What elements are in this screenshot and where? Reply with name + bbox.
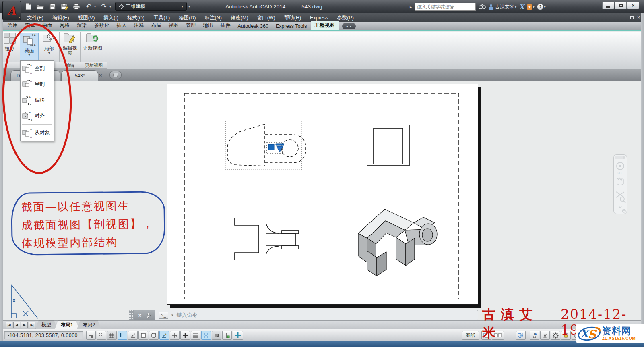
selection-cycling-toggle[interactable] xyxy=(222,331,232,340)
save-icon[interactable] xyxy=(48,3,56,10)
command-grip-handle[interactable] xyxy=(129,310,134,320)
grid-display-toggle[interactable] xyxy=(107,331,117,340)
quick-properties-toggle[interactable] xyxy=(212,331,221,340)
paper-model-toggle[interactable]: 图纸 xyxy=(462,331,479,340)
tab-render[interactable]: 渲染 xyxy=(73,21,91,30)
dynamic-input-toggle[interactable] xyxy=(180,331,190,340)
tab-layout2[interactable]: 布局2 xyxy=(77,320,101,330)
help-caret-icon[interactable]: ▾ xyxy=(544,5,545,9)
tab-view[interactable]: 视图 xyxy=(165,21,182,30)
undo-icon[interactable]: ↶ xyxy=(85,3,93,10)
tab-layout1[interactable]: 布局1 xyxy=(55,320,79,330)
tab-plugins[interactable]: 插件 xyxy=(217,21,234,30)
file-tab-close-icon[interactable]: × xyxy=(99,72,102,78)
polar-toggle[interactable] xyxy=(128,331,138,340)
lineweight-toggle[interactable] xyxy=(191,331,200,340)
isometric-view[interactable] xyxy=(358,209,437,276)
help-icon[interactable]: ? xyxy=(537,4,543,10)
menu-draw[interactable]: 绘图(D) xyxy=(174,15,200,21)
transparency-toggle[interactable] xyxy=(201,331,211,340)
signin-user[interactable]: 古滇艾米 xyxy=(489,4,514,10)
menu-insert[interactable]: 插入(I) xyxy=(99,15,123,21)
tab-output[interactable]: 输出 xyxy=(200,21,217,30)
command-caret-icon[interactable]: ▾ xyxy=(171,313,173,317)
mdi-minimize-icon[interactable] xyxy=(623,19,627,19)
tab-annotate[interactable]: 注释 xyxy=(130,21,148,30)
osnap-3d-toggle[interactable] xyxy=(149,331,159,340)
menu-parametric[interactable]: 参数(P) xyxy=(332,15,358,21)
menu-file[interactable]: 文件(F) xyxy=(23,15,48,21)
maximize-button[interactable] xyxy=(615,2,627,9)
tab-model[interactable]: 模型 xyxy=(35,320,57,330)
snap-toggle[interactable] xyxy=(86,331,96,340)
grip-bar[interactable] xyxy=(276,144,284,145)
osnap-toggle[interactable] xyxy=(138,331,148,340)
command-wrench-icon[interactable] xyxy=(145,312,151,318)
grid-dots-toggle[interactable] xyxy=(97,331,106,340)
tab-home[interactable]: 常用 xyxy=(4,21,21,30)
grip-triangle[interactable] xyxy=(277,146,283,152)
next-layout-icon[interactable]: ▶ xyxy=(21,322,28,328)
edit-view-button[interactable]: 编辑视图 xyxy=(61,33,79,56)
undo-caret-icon[interactable]: ▾ xyxy=(94,5,96,8)
menu-edit[interactable]: 编辑(E) xyxy=(48,15,74,21)
menu-format[interactable]: 格式(O) xyxy=(123,15,149,21)
close-button[interactable]: × xyxy=(627,2,639,9)
application-menu-button[interactable]: A ▾ xyxy=(2,1,21,20)
tab-mesh[interactable]: 网格 xyxy=(56,21,73,30)
menu-window[interactable]: 窗口(W) xyxy=(253,15,280,21)
update-view-button[interactable]: 更新视图 xyxy=(82,33,103,51)
section-source-view[interactable] xyxy=(225,121,306,170)
exchange-caret-icon[interactable]: ▾ xyxy=(533,5,534,9)
menu-express[interactable]: Express xyxy=(305,15,332,21)
menu-dimension[interactable]: 标注(N) xyxy=(200,15,226,21)
command-line-bar[interactable]: × >_ ▾ 键入命令 xyxy=(129,310,478,320)
ribbon-minimize-button[interactable]: ●▾ xyxy=(342,23,356,29)
tab-express-tools[interactable]: Express Tools xyxy=(272,22,311,30)
menu-modify[interactable]: 修改(M) xyxy=(226,15,253,21)
last-layout-icon[interactable]: ▶| xyxy=(29,322,35,328)
redo-icon[interactable]: ↷ xyxy=(100,3,108,10)
first-layout-icon[interactable]: |◀ xyxy=(6,322,12,328)
print-icon[interactable] xyxy=(72,3,80,10)
grip-square[interactable] xyxy=(268,144,274,150)
new-file-icon[interactable] xyxy=(24,3,32,10)
workspace-selector[interactable]: 三维建模 ▾ xyxy=(115,2,187,11)
menu-tools[interactable]: 工具(T) xyxy=(149,15,174,21)
tab-insert[interactable]: 插入 xyxy=(113,21,130,30)
annotation-monitor-toggle[interactable] xyxy=(233,331,243,340)
tab-layout[interactable]: 布局 xyxy=(148,21,165,30)
front-view[interactable] xyxy=(235,218,299,260)
navigation-bar[interactable]: 2D xyxy=(613,154,627,214)
minimize-button[interactable] xyxy=(602,2,614,9)
save-as-icon[interactable] xyxy=(60,3,68,10)
user-caret-icon[interactable]: ▾ xyxy=(515,5,516,9)
menu-view[interactable]: 视图(V) xyxy=(74,15,99,21)
tab-drafting-views[interactable]: 工程视图 xyxy=(311,21,339,30)
redo-caret-icon[interactable]: ▾ xyxy=(109,5,111,8)
menu-help[interactable]: 帮助(H) xyxy=(280,15,305,21)
prev-layout-icon[interactable]: ◀ xyxy=(13,322,20,328)
mdi-close-icon[interactable]: × xyxy=(637,15,640,20)
command-placeholder[interactable]: 键入命令 xyxy=(177,312,198,319)
open-icon[interactable] xyxy=(36,3,44,10)
ortho-toggle[interactable] xyxy=(118,331,127,340)
tab-manage[interactable]: 管理 xyxy=(182,21,200,30)
command-prompt-icon[interactable]: >_ xyxy=(159,312,168,319)
infocenter-collapse-icon[interactable]: ▸ xyxy=(410,5,412,9)
command-close-icon[interactable]: × xyxy=(138,312,142,318)
new-drawing-button[interactable] xyxy=(109,71,122,79)
binoculars-icon[interactable] xyxy=(479,4,486,10)
exchange-apps-icon[interactable]: X xyxy=(519,3,524,11)
download-icon[interactable]: ▾ xyxy=(527,4,532,10)
top-view[interactable] xyxy=(367,125,410,165)
tab-autodesk360[interactable]: Autodesk 360 xyxy=(234,22,272,30)
dynamic-ucs-toggle[interactable] xyxy=(170,331,180,340)
gear-icon xyxy=(119,4,124,9)
otrack-toggle[interactable] xyxy=(159,331,169,340)
search-input[interactable] xyxy=(415,3,476,11)
autocad-logo-icon: A xyxy=(8,4,16,17)
mdi-restore-icon[interactable] xyxy=(630,16,634,19)
qat-more-icon[interactable]: ▾ xyxy=(188,5,190,8)
tab-parametric[interactable]: 参数化 xyxy=(91,21,113,30)
